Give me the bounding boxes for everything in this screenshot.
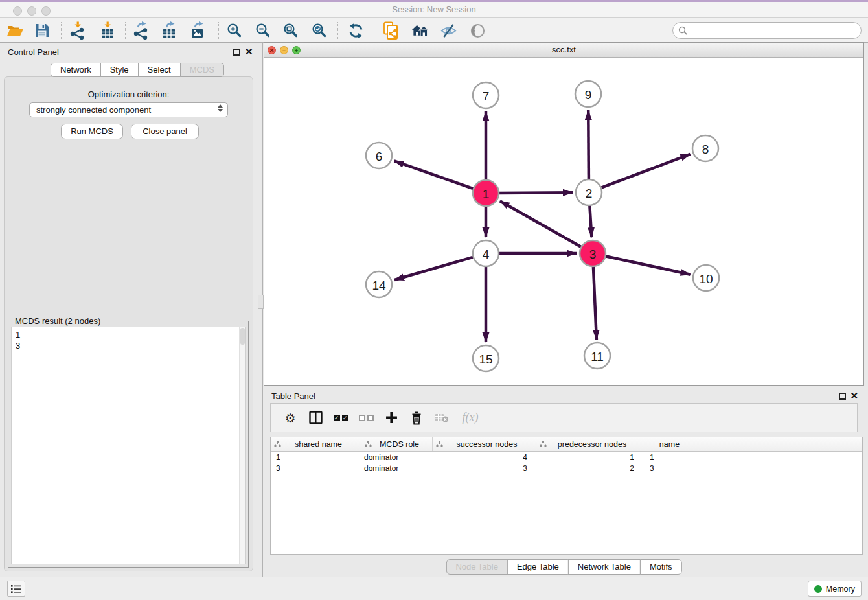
chevron-updown-icon — [218, 104, 223, 112]
node-10[interactable]: 10 — [693, 265, 719, 291]
column-visibility-icon[interactable] — [308, 410, 323, 426]
edge-3-1[interactable] — [500, 201, 582, 247]
zoom-selected-icon[interactable] — [310, 21, 329, 40]
zoom-in-icon[interactable] — [225, 21, 244, 40]
zoom-out-icon[interactable] — [253, 21, 273, 40]
eye-slash-icon[interactable] — [439, 21, 458, 40]
splitter-handle[interactable] — [258, 295, 264, 309]
edge-3-10[interactable] — [606, 256, 691, 275]
network-window-titlebar[interactable]: ✕ − + scc.txt — [264, 43, 863, 58]
memory-label: Memory — [826, 584, 855, 594]
zoom-window-icon[interactable] — [41, 6, 51, 16]
tab-select[interactable]: Select — [138, 63, 181, 77]
node-11[interactable]: 11 — [584, 343, 610, 369]
attribute-tree-icon — [274, 441, 281, 448]
refresh-icon[interactable] — [346, 21, 365, 40]
close-panel-icon[interactable]: ✕ — [245, 47, 253, 57]
table-import-icon[interactable] — [98, 21, 117, 40]
table-row[interactable]: 1dominator411 — [271, 452, 862, 463]
tab-edge-table[interactable]: Edge Table — [507, 559, 569, 575]
attribute-tree-icon — [436, 441, 443, 448]
status-bar: Memory — [0, 577, 868, 600]
task-history-button[interactable] — [7, 581, 25, 597]
tab-style[interactable]: Style — [100, 63, 139, 77]
select-all-checkboxes-icon[interactable]: ✓✓ — [333, 410, 348, 426]
node-6[interactable]: 6 — [366, 143, 392, 168]
edge-2-3[interactable] — [589, 205, 591, 237]
table-cell: 3 — [433, 463, 536, 474]
tab-network[interactable]: Network — [51, 63, 101, 77]
folder-open-icon[interactable] — [5, 21, 25, 40]
column-header-name[interactable]: name — [643, 437, 698, 451]
float-table-panel-icon[interactable] — [839, 393, 846, 400]
table-header-row: shared nameMCDS rolesuccessor nodesprede… — [271, 437, 862, 452]
zoom-fit-icon[interactable] — [281, 21, 301, 40]
criterion-select[interactable]: strongly connected component — [29, 102, 228, 117]
eye-icon[interactable] — [468, 21, 487, 40]
minimize-view-icon[interactable]: − — [280, 46, 288, 54]
column-header-filler — [698, 437, 862, 451]
edge-1-2[interactable] — [499, 192, 573, 193]
table-export-icon[interactable] — [160, 21, 179, 40]
edge-2-9[interactable] — [588, 110, 589, 179]
table-cell: 1 — [536, 452, 643, 463]
save-icon[interactable] — [32, 21, 52, 40]
node-1[interactable]: 1 — [473, 180, 499, 206]
svg-text:7: 7 — [483, 89, 490, 103]
column-header-shared-name[interactable]: shared name — [271, 437, 361, 451]
svg-text:9: 9 — [585, 88, 592, 102]
tab-node-table[interactable]: Node Table — [446, 559, 508, 575]
node-8[interactable]: 8 — [692, 135, 718, 161]
table-settings-gear-icon[interactable]: ⚙ — [282, 410, 298, 426]
node-4[interactable]: 4 — [473, 240, 499, 266]
edge-1-6[interactable] — [394, 161, 474, 189]
document-network-icon[interactable] — [382, 21, 401, 40]
deselect-all-checkboxes-icon[interactable] — [358, 410, 374, 426]
minimize-window-icon[interactable] — [27, 6, 36, 16]
table-row[interactable]: 3dominator323 — [271, 463, 862, 474]
delete-column-trash-icon[interactable] — [409, 410, 424, 426]
svg-text:6: 6 — [376, 150, 383, 163]
close-view-icon[interactable]: ✕ — [268, 46, 276, 54]
toolbar-separator — [218, 22, 219, 39]
edge-4-14[interactable] — [394, 257, 474, 280]
svg-text:2: 2 — [586, 187, 593, 200]
mcds-result-title: MCDS result (2 nodes) — [12, 316, 103, 326]
close-table-panel-icon[interactable]: ✕ — [850, 391, 858, 401]
node-9[interactable]: 9 — [575, 81, 601, 107]
column-header-successor-nodes[interactable]: successor nodes — [433, 437, 536, 451]
network-export-icon[interactable] — [131, 21, 151, 40]
image-export-icon[interactable] — [188, 21, 208, 40]
search-input[interactable] — [691, 24, 861, 37]
float-panel-icon[interactable] — [233, 49, 240, 56]
svg-text:4: 4 — [483, 248, 490, 261]
svg-text:11: 11 — [591, 350, 604, 363]
attribute-tree-icon — [540, 441, 547, 448]
maximize-view-icon[interactable]: + — [292, 46, 301, 54]
node-3[interactable]: 3 — [580, 240, 606, 266]
node-14[interactable]: 14 — [366, 271, 392, 297]
homes-icon[interactable] — [411, 21, 430, 40]
tab-network-table[interactable]: Network Table — [568, 559, 641, 575]
tab-motifs[interactable]: Motifs — [640, 559, 682, 575]
edge-3-11[interactable] — [593, 266, 597, 340]
node-15[interactable]: 15 — [473, 345, 499, 371]
network-import-icon[interactable] — [68, 21, 87, 40]
attribute-tree-icon — [365, 441, 372, 448]
close-window-icon[interactable] — [13, 6, 22, 16]
search-box[interactable] — [672, 22, 862, 39]
node-2[interactable]: 2 — [576, 179, 602, 205]
mcds-result-area[interactable]: 13 — [11, 327, 246, 564]
tab-mcds[interactable]: MCDS — [180, 63, 224, 77]
column-header-MCDS-role[interactable]: MCDS role — [361, 437, 433, 451]
column-header-predecessor-nodes[interactable]: predecessor nodes — [536, 437, 643, 451]
result-scrollbar[interactable] — [239, 327, 245, 564]
node-7[interactable]: 7 — [473, 82, 499, 108]
add-column-plus-icon[interactable] — [383, 410, 399, 426]
edge-2-8[interactable] — [601, 154, 691, 188]
control-tabs: NetworkStyleSelectMCDS — [51, 63, 224, 77]
memory-button[interactable]: Memory — [808, 581, 862, 597]
close-panel-button[interactable]: Close panel — [131, 124, 199, 139]
run-mcds-button[interactable]: Run MCDS — [61, 124, 123, 139]
network-graph[interactable]: 1234678910111415 — [264, 58, 863, 386]
